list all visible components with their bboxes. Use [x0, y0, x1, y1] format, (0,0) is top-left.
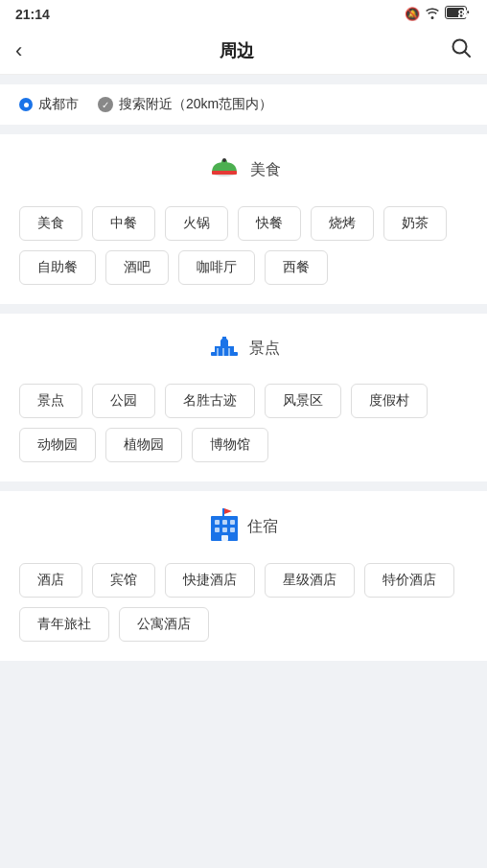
scenic-icon [207, 329, 242, 368]
svg-rect-17 [222, 520, 227, 525]
tag-星级酒店[interactable]: 星级酒店 [265, 563, 355, 598]
battery-level: 88 [456, 7, 472, 21]
tag-景点[interactable]: 景点 [19, 384, 82, 418]
status-bar: 21:14 🔕 88 [0, 0, 487, 28]
tag-奶茶[interactable]: 奶茶 [383, 206, 447, 241]
tag-宾馆[interactable]: 宾馆 [92, 563, 155, 598]
wifi-icon [424, 6, 441, 22]
tag-烧烤[interactable]: 烧烤 [311, 206, 374, 241]
svg-rect-19 [215, 528, 220, 532]
svg-line-3 [464, 52, 470, 58]
hotel-icon [209, 506, 240, 548]
tag-度假村[interactable]: 度假村 [351, 384, 428, 418]
tag-公寓酒店[interactable]: 公寓酒店 [119, 607, 209, 642]
check-icon: ✓ [98, 97, 113, 112]
svg-rect-13 [222, 348, 224, 356]
signal-icon: 🔕 [405, 7, 420, 21]
tag-公园[interactable]: 公园 [92, 384, 155, 418]
tag-自助餐[interactable]: 自助餐 [19, 250, 96, 285]
back-button[interactable]: ‹ [15, 38, 22, 63]
svg-marker-24 [224, 508, 232, 514]
svg-rect-22 [221, 535, 228, 541]
tag-动物园[interactable]: 动物园 [19, 428, 96, 462]
tag-美食[interactable]: 美食 [19, 206, 82, 241]
hotel-tags: 酒店宾馆快捷酒店星级酒店特价酒店青年旅社公寓酒店 [15, 563, 472, 642]
page-header: ‹ 周边 [0, 28, 487, 75]
hotel-section: 住宿 酒店宾馆快捷酒店星级酒店特价酒店青年旅社公寓酒店 [0, 491, 487, 661]
food-section-header: 美食 [15, 150, 472, 191]
scenic-section-title: 景点 [249, 339, 280, 359]
svg-rect-21 [230, 528, 235, 532]
location-dot-icon [19, 98, 33, 111]
scenic-tags: 景点公园名胜古迹风景区度假村动物园植物园博物馆 [15, 384, 472, 462]
food-icon [206, 150, 243, 191]
search-button[interactable] [451, 37, 472, 64]
tag-火锅[interactable]: 火锅 [165, 206, 228, 241]
scenic-section-header: 景点 [15, 329, 472, 368]
tag-博物馆[interactable]: 博物馆 [192, 428, 268, 462]
tag-快餐[interactable]: 快餐 [238, 206, 301, 241]
svg-rect-18 [230, 520, 235, 525]
svg-rect-20 [222, 528, 227, 532]
tag-名胜古迹[interactable]: 名胜古迹 [165, 384, 255, 418]
food-section: 美食 美食中餐火锅快餐烧烤奶茶自助餐酒吧咖啡厅西餐 [0, 134, 487, 304]
food-tags: 美食中餐火锅快餐烧烤奶茶自助餐酒吧咖啡厅西餐 [15, 206, 472, 285]
city-name: 成都市 [38, 96, 79, 113]
svg-rect-5 [212, 171, 237, 175]
svg-rect-12 [217, 348, 219, 356]
tag-酒吧[interactable]: 酒吧 [105, 250, 169, 285]
tag-青年旅社[interactable]: 青年旅社 [19, 607, 109, 642]
hotel-section-title: 住宿 [247, 517, 278, 537]
svg-point-7 [222, 158, 226, 162]
tag-西餐[interactable]: 西餐 [265, 250, 328, 285]
tag-风景区[interactable]: 风景区 [265, 384, 341, 418]
tag-酒店[interactable]: 酒店 [19, 563, 82, 598]
tag-中餐[interactable]: 中餐 [92, 206, 155, 241]
nearby-toggle[interactable]: ✓ 搜索附近（20km范围内） [98, 96, 272, 113]
svg-rect-23 [222, 508, 224, 518]
status-time: 21:14 [15, 7, 50, 22]
svg-rect-16 [215, 520, 220, 525]
food-section-title: 美食 [250, 160, 281, 180]
tag-特价酒店[interactable]: 特价酒店 [364, 563, 454, 598]
hotel-section-header: 住宿 [15, 506, 472, 548]
page-title: 周边 [220, 39, 254, 62]
svg-rect-14 [228, 348, 230, 356]
status-icons: 🔕 88 [405, 6, 472, 22]
tag-快捷酒店[interactable]: 快捷酒店 [165, 563, 255, 598]
nearby-label: 搜索附近（20km范围内） [119, 96, 272, 113]
tag-咖啡厅[interactable]: 咖啡厅 [178, 250, 255, 285]
location-bar: 成都市 ✓ 搜索附近（20km范围内） [0, 84, 487, 125]
city-location[interactable]: 成都市 [19, 96, 79, 113]
tag-植物园[interactable]: 植物园 [105, 428, 182, 462]
scenic-section: 景点 景点公园名胜古迹风景区度假村动物园植物园博物馆 [0, 314, 487, 481]
